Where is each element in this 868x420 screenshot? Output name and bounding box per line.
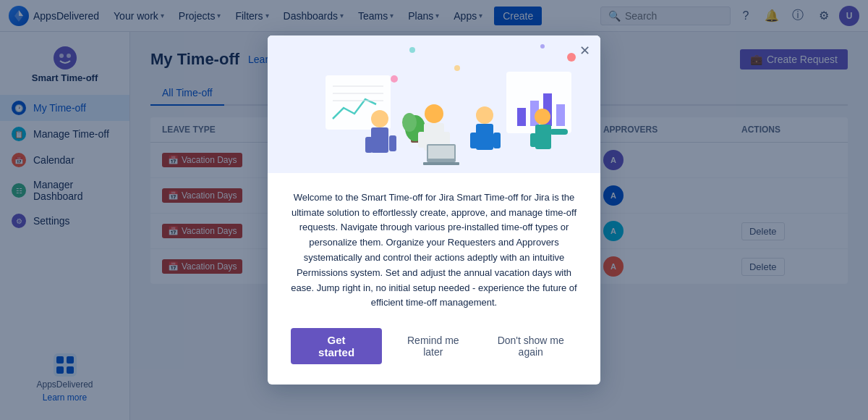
modal-actions: Get started Remind me later Don't show m… <box>291 328 577 364</box>
svg-rect-23 <box>389 135 396 151</box>
svg-point-45 <box>454 65 460 71</box>
get-started-button[interactable]: Get started <box>291 328 382 364</box>
svg-rect-21 <box>371 127 388 153</box>
svg-rect-42 <box>530 133 537 147</box>
svg-point-11 <box>409 47 415 53</box>
svg-point-24 <box>425 104 443 123</box>
svg-point-12 <box>540 44 545 49</box>
svg-rect-22 <box>365 137 373 153</box>
svg-rect-26 <box>418 132 425 148</box>
svg-rect-43 <box>550 129 568 135</box>
close-modal-button[interactable]: ✕ <box>579 43 590 59</box>
modal-welcome-text: Welcome to the Smart Time-off for Jira S… <box>291 190 577 311</box>
svg-point-20 <box>371 110 388 127</box>
svg-rect-39 <box>556 104 565 126</box>
svg-rect-32 <box>476 124 493 150</box>
modal-body: Welcome to the Smart Time-off for Jira S… <box>268 173 600 385</box>
svg-point-40 <box>535 109 550 125</box>
svg-rect-36 <box>517 108 526 126</box>
modal-illustration-area: ✕ <box>268 35 600 173</box>
modal-illustration-svg <box>268 35 600 173</box>
svg-rect-33 <box>470 133 477 148</box>
modal-overlay[interactable]: ✕ <box>0 0 868 420</box>
svg-rect-30 <box>423 162 459 165</box>
svg-rect-41 <box>535 125 551 149</box>
welcome-modal: ✕ <box>268 35 600 385</box>
dont-show-link[interactable]: Don't show me again <box>484 335 577 358</box>
svg-point-19 <box>402 113 417 132</box>
svg-point-31 <box>476 106 493 124</box>
svg-rect-34 <box>493 133 501 148</box>
svg-rect-29 <box>428 146 454 159</box>
svg-point-10 <box>567 53 576 62</box>
svg-point-44 <box>391 75 398 83</box>
remind-later-link[interactable]: Remind me later <box>396 335 469 358</box>
